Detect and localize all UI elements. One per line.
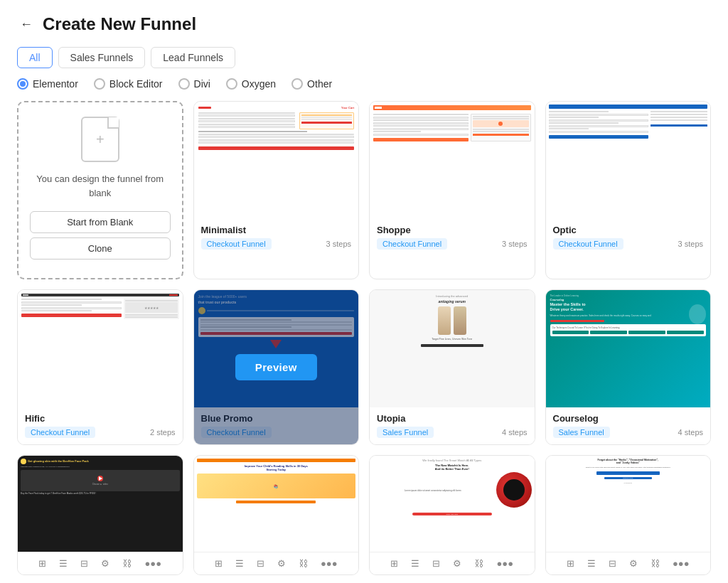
back-button[interactable]: ←	[17, 16, 36, 33]
minimalist-thumb: Your Cart	[194, 102, 359, 219]
filter-lead-funnels[interactable]: Lead Funnels	[151, 47, 235, 68]
minimalist-name: Minimalist	[201, 225, 352, 235]
toolbar-icon-j3[interactable]: ⊟	[609, 558, 616, 569]
template-card-hific[interactable]: ★★★★★ Hific Checkout Funnel 2 steps	[17, 289, 183, 445]
page-container: ← Create New Funnel All Sales Funnels Le…	[0, 0, 728, 583]
shoppe-steps: 3 steps	[502, 240, 527, 248]
filter-tabs: All Sales Funnels Lead Funnels	[17, 47, 711, 68]
minimalist-tag: Checkout Funnel	[201, 238, 272, 250]
utopia-name: Utopia	[377, 413, 528, 424]
courselog-thumb: The Leader in Online Learning Courselog …	[546, 290, 711, 407]
preview-button[interactable]: Preview	[235, 354, 317, 380]
toolbar-icon-j1[interactable]: ⊞	[567, 558, 574, 569]
utopia-thumb: Introducing the advanced antiaging serum…	[370, 290, 535, 407]
hific-tag: Checkout Funnel	[25, 427, 95, 438]
radio-oxygen-circle	[226, 78, 237, 90]
radio-elementor-circle	[17, 78, 28, 90]
toolbar-icon-r6[interactable]: ●●●	[321, 558, 338, 569]
toolbar-icon-w3[interactable]: ⊟	[432, 558, 440, 569]
toolbar-icon-j2[interactable]: ☰	[587, 558, 596, 569]
template-card-utopia[interactable]: Introducing the advanced antiaging serum…	[369, 289, 535, 445]
reading-thumb: Improve Your Child's Reading Skills in 3…	[194, 456, 359, 552]
toolbar-icon-3[interactable]: ⊟	[80, 558, 88, 569]
template-card-optic[interactable]: Optic Checkout Funnel 3 steps	[545, 101, 712, 279]
shoppe-thumb	[370, 102, 535, 219]
utopia-footer: Utopia Sales Funnel 4 steps	[370, 407, 535, 444]
toolbar-icon-j5[interactable]: ⛓	[651, 558, 660, 569]
toolbar-icon-w1[interactable]: ⊞	[390, 558, 398, 569]
radio-block-editor[interactable]: Block Editor	[94, 78, 163, 90]
courselog-name: Courselog	[553, 413, 704, 424]
radio-group: Elementor Block Editor Divi Oxygen Other	[17, 78, 711, 90]
radio-elementor[interactable]: Elementor	[17, 78, 78, 90]
radio-oxygen[interactable]: Oxygen	[226, 78, 276, 90]
toolbar-icon-r4[interactable]: ⚙	[277, 558, 286, 569]
minimalist-footer: Minimalist Checkout Funnel 3 steps	[194, 219, 359, 256]
toolbar-icon-1[interactable]: ⊞	[38, 558, 46, 569]
radio-block-editor-label: Block Editor	[109, 78, 163, 90]
template-card-shoppe[interactable]: Shoppe Checkout Funnel 3 steps	[369, 101, 535, 279]
filter-sales-funnels[interactable]: Sales Funnels	[58, 47, 146, 68]
template-card-watchit[interactable]: We finally found The Smart Watch All All…	[369, 455, 535, 575]
blank-card[interactable]: + You can design the funnel from blank S…	[17, 101, 183, 279]
radio-oxygen-label: Oxygen	[242, 78, 276, 90]
toolbar-icon-w5[interactable]: ⛓	[474, 558, 483, 569]
shoppe-footer: Shoppe Checkout Funnel 3 steps	[370, 219, 535, 256]
preview-overlay[interactable]: Preview	[194, 290, 359, 444]
hific-thumb: ★★★★★	[18, 290, 183, 407]
utopia-tag: Sales Funnel	[377, 427, 434, 438]
courselog-steps: 4 steps	[678, 428, 703, 437]
radio-other-circle	[291, 78, 303, 90]
shoppe-name: Shoppe	[377, 225, 528, 235]
radio-divi-circle	[178, 78, 190, 90]
toolbar-icon-r3[interactable]: ⊟	[257, 558, 264, 569]
optic-name: Optic	[553, 225, 704, 235]
toolbar-icon-w2[interactable]: ☰	[411, 558, 419, 569]
watchit-toolbar: ⊞ ☰ ⊟ ⚙ ⛓ ●●●	[370, 552, 535, 574]
template-card-minimalist[interactable]: Your Cart	[193, 101, 360, 279]
courselog-footer: Courselog Sales Funnel 4 steps	[546, 407, 711, 444]
junky-toolbar: ⊞ ☰ ⊟ ⚙ ⛓ ●●●	[546, 552, 711, 574]
hific-footer: Hific Checkout Funnel 2 steps	[18, 407, 183, 444]
toolbar-icon-w6[interactable]: ●●●	[496, 558, 513, 569]
start-from-blank-button[interactable]: Start from Blank	[30, 211, 171, 233]
optic-footer: Optic Checkout Funnel 3 steps	[546, 219, 711, 256]
shoppe-tag: Checkout Funnel	[377, 238, 447, 250]
toolbar-icon-r2[interactable]: ☰	[235, 558, 244, 569]
toolbar-icon-5[interactable]: ⛓	[122, 558, 132, 569]
radio-other[interactable]: Other	[291, 78, 332, 90]
radio-other-label: Other	[307, 78, 332, 90]
clone-button[interactable]: Clone	[30, 237, 171, 260]
watchit-thumb: We finally found The Smart Watch All All…	[370, 456, 535, 552]
hific-name: Hific	[25, 413, 176, 424]
toolbar-icon-4[interactable]: ⚙	[101, 558, 109, 569]
header: ← Create New Funnel	[17, 14, 711, 34]
junky-thumb: Forget about the "Hacks", "Occasional Mo…	[546, 456, 711, 552]
courselog-tag: Sales Funnel	[553, 427, 610, 438]
blank-desc: You can design the funnel from blank	[30, 172, 171, 200]
reading-toolbar: ⊞ ☰ ⊟ ⚙ ⛓ ●●●	[194, 552, 359, 574]
template-card-reading[interactable]: Improve Your Child's Reading Skills in 3…	[193, 455, 360, 575]
optic-steps: 3 steps	[678, 240, 703, 248]
toolbar-icon-r1[interactable]: ⊞	[215, 558, 223, 569]
optic-tag: Checkout Funnel	[553, 238, 623, 250]
toolbar-icon-6[interactable]: ●●●	[144, 558, 161, 569]
toolbar-icon-w4[interactable]: ⚙	[453, 558, 461, 569]
toolbar-icon-r5[interactable]: ⛓	[299, 558, 308, 569]
template-card-courselog[interactable]: The Leader in Online Learning Courselog …	[545, 289, 712, 445]
optic-thumb	[546, 102, 711, 219]
utopia-steps: 4 steps	[502, 428, 527, 437]
toolbar-icon-2[interactable]: ☰	[59, 558, 68, 569]
beehive-toolbar: ⊞ ☰ ⊟ ⚙ ⛓ ●●●	[18, 552, 183, 574]
template-card-junky[interactable]: Forget about the "Hacks", "Occasional Mo…	[545, 455, 712, 575]
radio-block-editor-circle	[94, 78, 105, 90]
template-card-blue-promo[interactable]: Join the league of 5000+ users that trus…	[193, 289, 360, 445]
toolbar-icon-j4[interactable]: ⚙	[629, 558, 638, 569]
blank-icon: +	[81, 117, 119, 162]
radio-divi[interactable]: Divi	[178, 78, 210, 90]
template-card-beehive[interactable]: Get glowing skin with the BeeHive Face P…	[17, 455, 183, 575]
hific-steps: 2 steps	[150, 428, 175, 437]
radio-divi-label: Divi	[194, 78, 210, 90]
toolbar-icon-j6[interactable]: ●●●	[673, 558, 690, 569]
filter-all[interactable]: All	[17, 47, 53, 68]
